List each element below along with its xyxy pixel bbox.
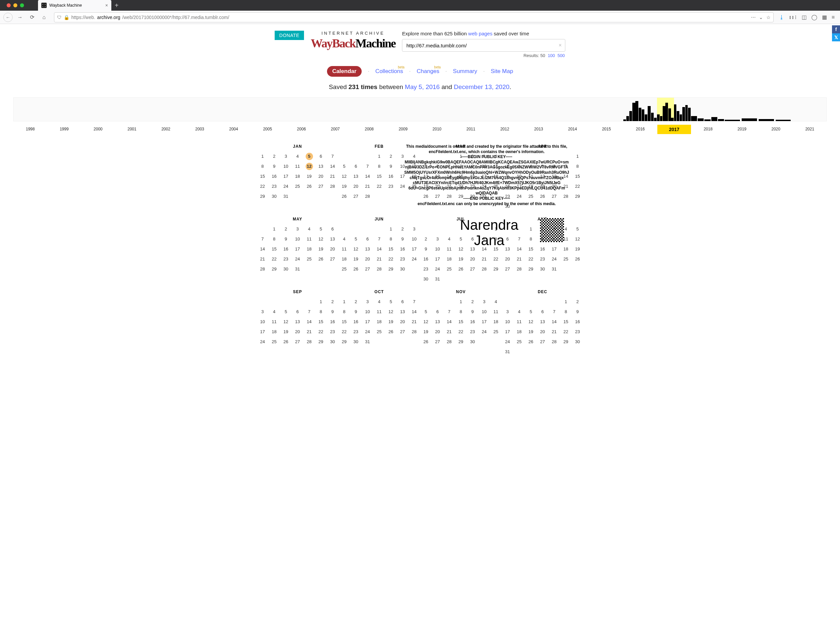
day-cell[interactable]: 4 <box>303 225 315 233</box>
day-cell[interactable]: 25 <box>268 338 280 345</box>
day-cell[interactable]: 3 <box>280 153 292 160</box>
day-cell[interactable]: 3 <box>292 225 303 233</box>
day-cell[interactable]: 4 <box>268 308 280 315</box>
day-cell[interactable]: 27 <box>397 328 408 336</box>
day-cell[interactable]: 14 <box>257 245 268 253</box>
day-cell[interactable]: 8 <box>525 236 537 243</box>
day-cell[interactable]: 2 <box>397 225 408 233</box>
day-cell[interactable]: 16 <box>467 173 478 180</box>
day-cell[interactable]: 28 <box>303 338 315 345</box>
day-cell[interactable]: 30 <box>327 338 338 345</box>
day-cell[interactable]: 11 <box>268 318 280 326</box>
day-cell[interactable]: 9 <box>350 308 362 315</box>
day-cell[interactable]: 23 <box>537 255 548 263</box>
day-cell[interactable]: 12 <box>338 173 350 180</box>
day-cell[interactable]: 5 <box>315 225 327 233</box>
day-cell[interactable]: 5 <box>350 236 362 243</box>
day-cell[interactable]: 29 <box>315 338 327 345</box>
day-cell[interactable]: 22 <box>373 183 385 190</box>
year-2001[interactable]: 2001 <box>115 125 149 134</box>
day-cell[interactable]: 15 <box>455 318 467 326</box>
year-2011[interactable]: 2011 <box>454 125 488 134</box>
day-cell[interactable]: 21 <box>513 255 525 263</box>
day-cell[interactable]: 13 <box>548 173 560 180</box>
day-cell[interactable]: 16 <box>385 173 397 180</box>
day-cell[interactable]: 5 <box>572 225 583 233</box>
day-cell[interactable]: 26 <box>455 266 467 273</box>
forward-button[interactable]: → <box>15 13 25 22</box>
day-cell[interactable]: 21 <box>548 328 560 336</box>
day-cell[interactable]: 19 <box>420 328 432 336</box>
day-cell[interactable]: 22 <box>560 328 572 336</box>
year-2012[interactable]: 2012 <box>488 125 522 134</box>
day-cell[interactable]: 8 <box>373 163 385 170</box>
day-cell[interactable]: 13 <box>432 173 443 180</box>
day-cell[interactable]: 11 <box>443 245 455 253</box>
bookmark-icon[interactable]: ☆ <box>766 15 771 20</box>
day-cell[interactable]: 24 <box>257 338 268 345</box>
account-icon[interactable]: ◯ <box>812 14 817 21</box>
day-cell[interactable]: 9 <box>537 236 548 243</box>
day-cell[interactable]: 12 <box>280 318 292 326</box>
day-cell[interactable]: 23 <box>327 328 338 336</box>
day-cell[interactable]: 12 <box>572 236 583 243</box>
day-cell[interactable]: 27 <box>502 266 513 273</box>
day-cell[interactable]: 30 <box>467 338 478 345</box>
day-cell[interactable]: 21 <box>443 328 455 336</box>
day-cell[interactable]: 25 <box>408 183 420 190</box>
day-cell[interactable]: 28 <box>373 266 385 273</box>
day-cell[interactable]: 3 <box>408 225 420 233</box>
day-cell[interactable]: 29 <box>385 266 397 273</box>
day-cell[interactable]: 14 <box>443 173 455 180</box>
year-2013[interactable]: 2013 <box>522 125 556 134</box>
day-cell[interactable]: 20 <box>362 255 373 263</box>
day-cell[interactable]: 6 <box>397 298 408 306</box>
day-cell[interactable]: 28 <box>443 193 455 200</box>
day-cell[interactable]: 24 <box>502 338 513 345</box>
day-cell[interactable]: 6 <box>350 163 362 170</box>
year-2000[interactable]: 2000 <box>81 125 115 134</box>
day-cell[interactable]: 13 <box>292 318 303 326</box>
day-cell[interactable]: 14 <box>548 318 560 326</box>
year-2019[interactable]: 2019 <box>725 125 759 134</box>
day-cell[interactable]: 19 <box>338 183 350 190</box>
day-cell[interactable]: 9 <box>502 173 513 180</box>
day-cell[interactable]: 22 <box>268 255 280 263</box>
home-button[interactable]: ⌂ <box>39 13 49 22</box>
day-cell[interactable]: 1 <box>268 225 280 233</box>
day-cell[interactable]: 30 <box>467 193 478 200</box>
year-2008[interactable]: 2008 <box>352 125 386 134</box>
day-cell[interactable]: 14 <box>303 318 315 326</box>
year-2009[interactable]: 2009 <box>386 125 420 134</box>
day-cell[interactable]: 22 <box>490 255 502 263</box>
day-cell[interactable]: 12 <box>303 163 315 170</box>
day-cell[interactable]: 19 <box>350 255 362 263</box>
day-cell[interactable]: 13 <box>362 245 373 253</box>
day-cell[interactable]: 8 <box>268 236 280 243</box>
tab-summary[interactable]: Summary <box>453 68 477 75</box>
day-cell[interactable]: 14 <box>478 245 490 253</box>
day-cell[interactable]: 2 <box>467 153 478 160</box>
day-cell[interactable]: 1 <box>455 153 467 160</box>
day-cell[interactable]: 14 <box>362 173 373 180</box>
day-cell[interactable]: 5 <box>455 236 467 243</box>
day-cell[interactable]: 8 <box>257 163 268 170</box>
day-cell[interactable]: 12 <box>525 318 537 326</box>
day-cell[interactable]: 7 <box>257 236 268 243</box>
day-cell[interactable]: 7 <box>548 308 560 315</box>
day-cell[interactable]: 15 <box>525 245 537 253</box>
day-cell[interactable]: 28 <box>257 266 268 273</box>
day-cell[interactable]: 15 <box>490 245 502 253</box>
day-cell[interactable]: 7 <box>513 236 525 243</box>
shield-icon[interactable]: 🛡 <box>57 15 62 20</box>
day-cell[interactable]: 7 <box>362 163 373 170</box>
day-cell[interactable]: 27 <box>467 266 478 273</box>
tab-changes[interactable]: Changesbeta <box>417 68 439 75</box>
day-cell[interactable]: 2 <box>268 153 280 160</box>
day-cell[interactable]: 2 <box>327 298 338 306</box>
day-cell[interactable]: 10 <box>292 236 303 243</box>
day-cell[interactable]: 10 <box>548 236 560 243</box>
day-cell[interactable]: 4 <box>338 236 350 243</box>
day-cell[interactable]: 12 <box>420 318 432 326</box>
day-cell[interactable]: 28 <box>443 338 455 345</box>
